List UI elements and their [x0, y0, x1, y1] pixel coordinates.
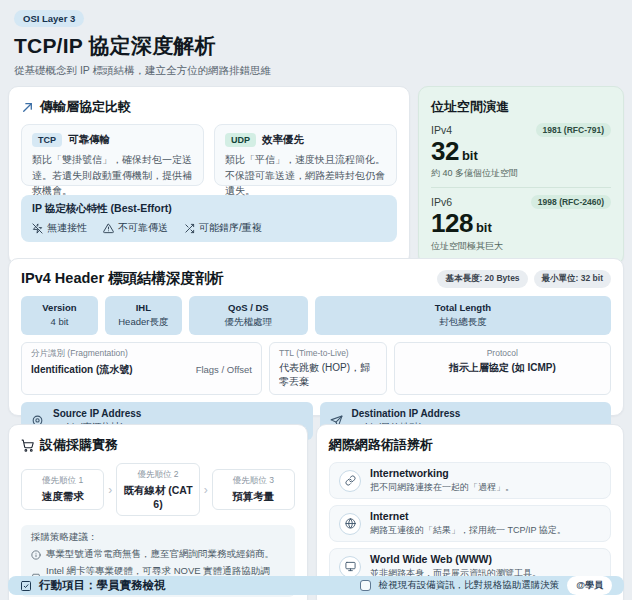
term-internetworking: Internetworking 把不同網路連接在一起的「過程」。: [329, 462, 611, 499]
term-internet: Internet 網路互連後的「結果」，採用統一 TCP/IP 協定。: [329, 505, 611, 542]
chevron-right-icon: ›: [108, 483, 112, 497]
feature-connectionless: 無連接性: [32, 221, 87, 235]
procurement-heading: 設備採購實務: [21, 436, 295, 454]
priority-1: 優先順位 1 速度需求: [21, 469, 104, 510]
assignee-badge: @學員: [567, 576, 612, 595]
ipv4-bits: 32bit: [431, 138, 611, 165]
tcp-label: 可靠傳輸: [68, 133, 110, 147]
ip-core-strip: IP 協定核心特性 (Best-Effort) 無連接性 不可靠傳送: [21, 195, 397, 242]
address-divider: [431, 187, 611, 188]
cart-icon: [21, 439, 34, 452]
base-length-badge: 基本長度: 20 Bytes: [437, 270, 527, 288]
field-fragmentation: 分片識別 (Fragmentation) Identification (流水號…: [21, 342, 262, 395]
chevron-right-icon: ›: [204, 483, 208, 497]
udp-label: 效率優先: [262, 133, 304, 147]
field-total-length: Total Length 封包總長度: [315, 296, 611, 335]
zap-off-icon: [32, 223, 43, 234]
ipv4-rfc-badge: 1981 (RFC-791): [536, 123, 611, 137]
feature-unreliable-label: 不可靠傳送: [118, 221, 168, 235]
tcp-box-header: TCP 可靠傳輸: [32, 133, 193, 147]
field-ttl: TTL (Time-to-Live) 代表跳數 (HOP)，歸零丟棄: [269, 342, 387, 395]
terminology-list: Internetworking 把不同網路連接在一起的「過程」。 Interne…: [329, 462, 611, 585]
identification-label: Identification (流水號): [31, 363, 133, 377]
page-subtitle: 從基礎概念到 IP 標頭結構，建立全方位的網路排錯思維: [14, 64, 618, 78]
priority-flow: 優先順位 1 速度需求 › 優先順位 2 既有線材 (CAT 6) › 優先順位…: [21, 463, 295, 516]
page-title: TCP/IP 協定深度解析: [14, 32, 618, 60]
advice-title: 採購策略建議：: [31, 531, 285, 544]
ipv4-note: 約 40 多億個位址空間: [431, 167, 611, 180]
trending-up-icon: [21, 101, 34, 114]
shuffle-icon: [184, 223, 195, 234]
udp-box: UDP 效率優先 類比「平信」，速度快且流程簡化。不保證可靠送達，網路差時封包仍…: [214, 124, 397, 186]
protocol-grid: TCP 可靠傳輸 類比「雙掛號信」，確保封包一定送達。若遺失則啟動重傳機制，提供…: [21, 124, 397, 186]
ipv6-row: IPv6 1998 (RFC-2460): [431, 195, 611, 209]
action-bar-title: 行動項目：學員實務檢視: [39, 578, 166, 593]
feature-out-of-order: 可能錯序/重複: [184, 221, 262, 235]
action-bar: 行動項目：學員實務檢視 檢視現有設備資訊，比對規格協助選購決策 @學員: [8, 576, 624, 595]
task-text: 檢視現有設備資訊，比對規格協助選購決策: [379, 579, 560, 592]
field-protocol: Protocol 指示上層協定 (如 ICMP): [394, 342, 611, 395]
ipv6-bits: 128bit: [431, 210, 611, 237]
tcp-box: TCP 可靠傳輸 類比「雙掛號信」，確保封包一定送達。若遺失則啟動重傳機制，提供…: [21, 124, 204, 186]
address-space-title: 位址空間演進: [431, 98, 509, 116]
flags-offset-label: Flags / Offset: [196, 364, 252, 375]
udp-chip: UDP: [225, 133, 256, 147]
osi-layer-badge: OSI Layer 3: [14, 10, 84, 27]
ipv6-note: 位址空間極其巨大: [431, 240, 611, 253]
feature-connectionless-label: 無連接性: [47, 221, 87, 235]
field-ihl: IHL Header長度: [105, 296, 182, 335]
ipv4-header-heading: IPv4 Header 標頭結構深度剖析 基本長度: 20 Bytes 最小單位…: [21, 269, 611, 288]
procurement-card: 設備採購實務 優先順位 1 速度需求 › 優先順位 2 既有線材 (CAT 6)…: [8, 424, 308, 600]
header-fields-row1: Version 4 bit IHL Header長度 QoS / DS 優先權處…: [21, 296, 611, 335]
ip-core-title: IP 協定核心特性 (Best-Effort): [32, 202, 386, 216]
top-row: 傳輸層協定比較 TCP 可靠傳輸 類比「雙掛號信」，確保封包一定送達。若遺失則啟…: [8, 86, 624, 250]
action-bar-right: 檢視現有設備資訊，比對規格協助選購決策 @學員: [360, 576, 612, 595]
terminology-title: 網際網路術語辨析: [329, 436, 433, 454]
transport-comparison-card: 傳輸層協定比較 TCP 可靠傳輸 類比「雙掛號信」，確保封包一定送達。若遺失則啟…: [8, 86, 410, 265]
field-qos: QoS / DS 優先權處理: [189, 296, 308, 335]
ip-core-features: 無連接性 不可靠傳送 可能錯序/重複: [32, 221, 386, 235]
info-icon: [31, 550, 41, 560]
min-unit-badge: 最小單位: 32 bit: [534, 270, 611, 288]
terminology-card: 網際網路術語辨析 Internetworking 把不同網路連接在一起的「過程」…: [316, 424, 624, 600]
ipv4-label: IPv4: [431, 124, 452, 136]
ipv6-label: IPv6: [431, 196, 452, 208]
task-checkbox[interactable]: [360, 580, 371, 591]
priority-2: 優先順位 2 既有線材 (CAT 6): [116, 463, 199, 516]
ipv4-header-title: IPv4 Header 標頭結構深度剖析: [21, 269, 224, 288]
priority-3: 優先順位 3 預算考量: [212, 469, 295, 510]
bottom-row: 設備採購實務 優先順位 1 速度需求 › 優先順位 2 既有線材 (CAT 6)…: [8, 424, 624, 568]
page-header: OSI Layer 3 TCP/IP 協定深度解析 從基礎概念到 IP 標頭結構…: [8, 8, 624, 78]
clipboard-check-icon: [20, 580, 32, 592]
address-space-card: 位址空間演進 IPv4 1981 (RFC-791) 32bit 約 40 多億…: [418, 86, 624, 265]
ipv4-row: IPv4 1981 (RFC-791): [431, 123, 611, 137]
ipv4-header-badges: 基本長度: 20 Bytes 最小單位: 32 bit: [437, 270, 611, 288]
address-space-heading: 位址空間演進: [431, 98, 611, 116]
feature-unreliable: 不可靠傳送: [103, 221, 168, 235]
tcp-description: 類比「雙掛號信」，確保封包一定送達。若遺失則啟動重傳機制，提供補救機會。: [32, 152, 193, 199]
header-fields-row2: 分片識別 (Fragmentation) Identification (流水號…: [21, 342, 611, 395]
terminology-heading: 網際網路術語辨析: [329, 436, 611, 454]
page: OSI Layer 3 TCP/IP 協定深度解析 從基礎概念到 IP 標頭結構…: [0, 0, 632, 600]
ipv6-rfc-badge: 1998 (RFC-2460): [531, 195, 611, 209]
field-version: Version 4 bit: [21, 296, 98, 335]
feature-out-of-order-label: 可能錯序/重複: [199, 221, 262, 235]
advice-item-1: 專業型號通常電商無售，應至官網詢問業務或經銷商。: [31, 548, 285, 561]
udp-box-header: UDP 效率優先: [225, 133, 386, 147]
tcp-chip: TCP: [32, 133, 62, 147]
procurement-title: 設備採購實務: [40, 436, 118, 454]
alert-triangle-icon: [103, 223, 114, 234]
ipv4-header-card: IPv4 Header 標頭結構深度剖析 基本長度: 20 Bytes 最小單位…: [8, 258, 624, 416]
globe-icon: [339, 513, 361, 535]
transport-card-heading: 傳輸層協定比較: [21, 98, 397, 116]
action-bar-left: 行動項目：學員實務檢視: [20, 578, 166, 593]
monitor-icon: [339, 556, 361, 578]
transport-card-title: 傳輸層協定比較: [40, 98, 131, 116]
udp-description: 類比「平信」，速度快且流程簡化。不保證可靠送達，網路差時封包仍會遺失。: [225, 152, 386, 199]
link-icon: [339, 470, 361, 492]
